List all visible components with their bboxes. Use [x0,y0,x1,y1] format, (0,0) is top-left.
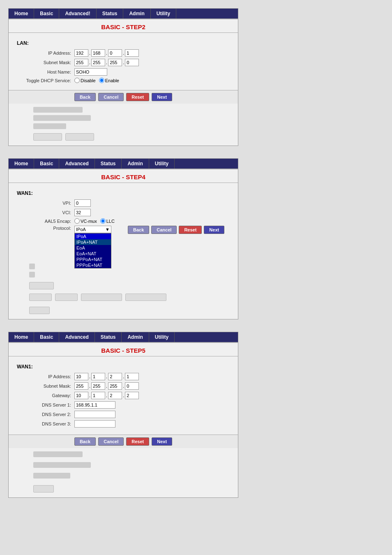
cancel-button-step4[interactable]: Cancel [151,226,177,234]
nav-utility-step2[interactable]: Utility [151,9,176,18]
ip-octet-1-step2[interactable] [74,49,88,57]
dns3-input[interactable] [74,420,115,428]
protocol-option-eoa-nat[interactable]: EoA+NAT [75,251,111,257]
nav-home-step4[interactable]: Home [9,159,34,169]
vci-input[interactable] [74,209,91,216]
label-ip-step2: IP Address: [17,51,74,56]
ip-octet-2-step5[interactable] [91,373,105,380]
label-dhcp-step2: Toggle DHCP Service: [17,78,74,83]
aal5-llc-label[interactable]: LLC [100,218,115,224]
form-row-hostname-step2: Host Name: [17,68,230,76]
ip-octet-1-step5[interactable] [74,373,88,380]
ghost-area-step2 [9,104,238,146]
nav-home-step5[interactable]: Home [9,332,34,342]
mask-octet-2-step5[interactable] [91,382,105,390]
protocol-option-ipoa[interactable]: IPoA [75,234,111,239]
ghost-btn-1-step2 [33,133,62,141]
ghost-row-1-step4 [29,264,35,269]
aal5-llc-radio[interactable] [100,218,106,224]
form-row-mask-step5: Subnet Mask: . . . [17,382,230,390]
protocol-option-pppoa-nat[interactable]: PPPoA+NAT [75,257,111,262]
protocol-select-display[interactable]: IPoA ▼ [74,226,111,233]
form-row-dns1: DNS Server 1: [17,401,230,409]
ip-octet-3-step2[interactable] [108,49,122,57]
form-row-vpi: VPI: [17,199,230,207]
gw-octet-1-step5[interactable] [74,392,88,399]
mask-octet-1-step2[interactable] [74,59,88,66]
back-button-step5[interactable]: Back [74,437,96,446]
cancel-button-step5[interactable]: Cancel [98,437,124,446]
hostname-input-step2[interactable] [74,68,107,76]
nav-status-step2[interactable]: Status [97,9,124,18]
label-aal5: AAL5 Encap: [17,219,74,224]
protocol-option-pppoe-nat[interactable]: PPPoE+NAT [75,262,111,268]
gw-octet-2-step5[interactable] [91,392,105,399]
nav-advanced-step4[interactable]: Advanced [59,159,95,169]
reset-button-step2[interactable]: Reset [126,93,149,101]
reset-button-step4[interactable]: Reset [179,226,202,234]
vpi-input[interactable] [74,199,91,207]
protocol-option-eoa[interactable]: EoA [75,245,111,251]
protocol-dropdown-list[interactable]: IPoA IPoA+NAT EoA EoA+NAT PPPoA+NAT PPPo… [74,233,111,268]
form-row-protocol: Protocol: IPoA ▼ IPoA IPoA+NAT EoA EoA+N… [17,226,230,234]
mask-octet-4-step5[interactable] [125,382,139,390]
aal5-vcmux-radio[interactable] [74,218,80,224]
dhcp-enable-radio-step2[interactable] [99,78,104,83]
label-gw-step5: Gateway: [17,393,74,398]
nav-advanced-step5[interactable]: Advanced [59,332,95,342]
mask-octet-1-step5[interactable] [74,382,88,390]
btn-bar-step2: Back Cancel Reset Next [9,90,238,104]
ghost-buttons-step2 [33,133,94,141]
dhcp-enable-label-step2[interactable]: Enable [99,78,119,83]
ghost-check-2 [29,272,35,278]
nav-admin-step5[interactable]: Admin [122,332,149,342]
ghost-btn-5-step4 [29,307,50,314]
nav-advanced-step2[interactable]: Advanced! [59,9,96,18]
nav-basic-step5[interactable]: Basic [34,332,59,342]
next-button-step2[interactable]: Next [152,93,172,101]
mask-octet-2-step2[interactable] [91,59,105,66]
next-button-step5[interactable]: Next [152,437,172,446]
nav-status-step5[interactable]: Status [95,332,122,342]
nav-utility-step4[interactable]: Utility [149,159,175,169]
label-ip-step5: IP Address: [17,374,74,379]
mask-octet-3-step5[interactable] [108,382,122,390]
mask-group-step2: . . . [74,59,139,66]
nav-status-step4[interactable]: Status [95,159,122,169]
dhcp-disable-label-step2[interactable]: Disable [74,78,96,83]
dns1-input[interactable] [74,401,115,409]
ip-octet-2-step2[interactable] [91,49,105,57]
gw-group-step5: . . . [74,392,139,399]
nav-bar-step2: Home Basic Advanced! Status Admin Utilit… [9,9,238,19]
dns2-input[interactable] [74,411,115,418]
protocol-option-ipoa-nat[interactable]: IPoA+NAT [75,239,111,245]
nav-basic-step4[interactable]: Basic [34,159,59,169]
ghost-1-step2 [33,107,83,113]
mask-octet-3-step2[interactable] [108,59,122,66]
nav-admin-step4[interactable]: Admin [122,159,149,169]
back-button-step2[interactable]: Back [74,93,96,101]
nav-basic-step2[interactable]: Basic [34,9,59,18]
ip-octet-4-step2[interactable] [125,49,139,57]
nav-utility-step5[interactable]: Utility [149,332,175,342]
cancel-button-step2[interactable]: Cancel [98,93,124,101]
ip-octet-3-step5[interactable] [108,373,122,380]
aal5-vcmux-label[interactable]: VC-mux [74,218,97,224]
next-button-step4[interactable]: Next [204,226,224,234]
reset-button-step5[interactable]: Reset [126,437,149,446]
mask-octet-4-step2[interactable] [125,59,139,66]
dhcp-disable-radio-step2[interactable] [74,78,80,83]
ghost-input-1-step4 [29,282,54,289]
gw-octet-3-step5[interactable] [108,392,122,399]
nav-admin-step2[interactable]: Admin [123,9,150,18]
form-row-vci: VCI: [17,209,230,216]
gw-octet-4-step5[interactable] [125,392,139,399]
protocol-selected-value: IPoA [76,227,86,232]
form-row-dns2: DNS Server 2: [17,411,230,418]
nav-home-step2[interactable]: Home [9,9,34,18]
ip-octet-4-step5[interactable] [125,373,139,380]
form-row-mask-step2: Subnet Mask: . . . [17,59,230,66]
back-button-step4[interactable]: Back [128,226,149,234]
content-step5: WAN1: IP Address: . . . Subnet Mask: . . [9,361,238,435]
form-row-aal5: AAL5 Encap: VC-mux LLC [17,218,230,224]
